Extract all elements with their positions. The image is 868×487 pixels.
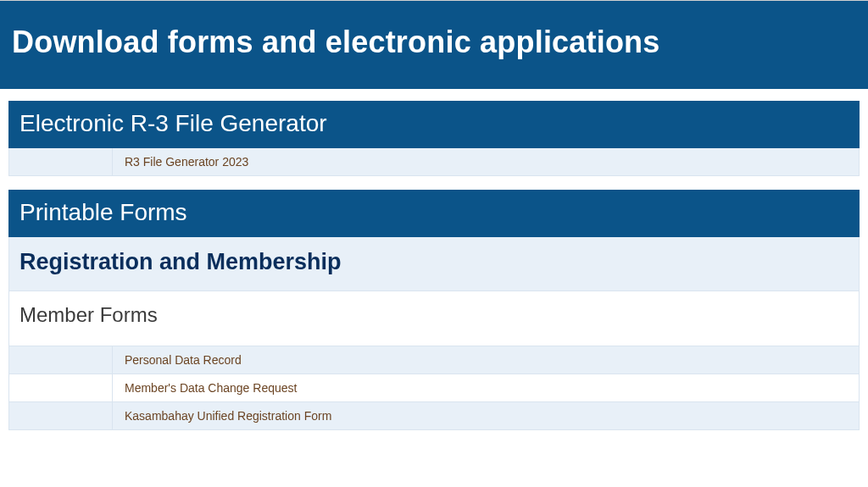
section-title: Electronic R-3 File Generator xyxy=(19,110,849,137)
download-link-r3-2023[interactable]: R3 File Generator 2023 xyxy=(113,148,260,175)
list-item: Personal Data Record xyxy=(8,346,860,374)
content-area: Electronic R-3 File Generator R3 File Ge… xyxy=(0,89,868,430)
subsection-header: Registration and Membership xyxy=(8,237,860,291)
section-header: Electronic R-3 File Generator xyxy=(8,101,860,148)
section-printable-forms: Printable Forms Registration and Members… xyxy=(8,190,860,430)
spacer-cell xyxy=(9,402,113,429)
group-title: Member Forms xyxy=(19,303,849,327)
group-header: Member Forms xyxy=(8,291,860,346)
download-link-personal-data-record[interactable]: Personal Data Record xyxy=(113,346,253,374)
page-header: Download forms and electronic applicatio… xyxy=(0,0,868,89)
download-link-kasambahay[interactable]: Kasambahay Unified Registration Form xyxy=(113,402,343,429)
download-link-member-data-change[interactable]: Member's Data Change Request xyxy=(113,374,309,401)
spacer-cell xyxy=(9,346,113,374)
list-item: Kasambahay Unified Registration Form xyxy=(8,402,860,430)
section-header: Printable Forms xyxy=(8,190,860,237)
spacer-cell xyxy=(9,148,113,175)
list-item: Member's Data Change Request xyxy=(8,374,860,402)
subsection-title: Registration and Membership xyxy=(19,249,849,275)
page-title: Download forms and electronic applicatio… xyxy=(12,25,856,60)
list-item: R3 File Generator 2023 xyxy=(8,148,860,176)
section-electronic-r3: Electronic R-3 File Generator R3 File Ge… xyxy=(8,101,860,176)
section-title: Printable Forms xyxy=(19,199,849,226)
spacer-cell xyxy=(9,374,113,401)
